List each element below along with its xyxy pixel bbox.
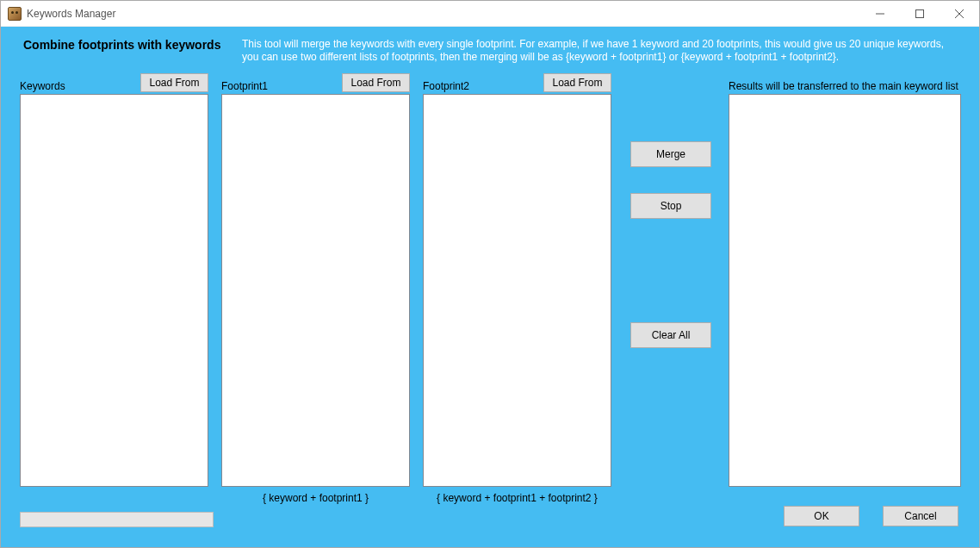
app-icon xyxy=(8,7,22,21)
cancel-button[interactable]: Cancel xyxy=(883,506,958,526)
stop-button[interactable]: Stop xyxy=(630,193,711,219)
footprint1-hint: { keyword + footprint1 } xyxy=(221,492,410,504)
minimize-icon xyxy=(876,9,884,18)
ok-button[interactable]: OK xyxy=(784,506,859,526)
clear-all-button[interactable]: Clear All xyxy=(630,322,711,348)
footprint2-hint: { keyword + footprint1 + footprint2 } xyxy=(423,492,611,504)
footprint1-label: Footprint1 xyxy=(221,80,268,92)
progress-bar xyxy=(20,512,214,527)
keywords-load-button[interactable]: Load From File xyxy=(140,73,208,92)
results-list[interactable] xyxy=(729,94,961,487)
close-button[interactable] xyxy=(940,1,979,27)
close-icon xyxy=(955,9,964,18)
window-title: Keywords Manager xyxy=(27,8,115,20)
client-area: Combine footprints with keywords This to… xyxy=(1,27,979,547)
maximize-icon xyxy=(915,9,924,18)
keywords-list[interactable] xyxy=(20,94,208,487)
maximize-button[interactable] xyxy=(900,1,940,27)
footprint1-load-button[interactable]: Load From File xyxy=(342,73,410,92)
minimize-button[interactable] xyxy=(860,1,900,27)
results-label: Results will be transferred to the main … xyxy=(729,80,958,92)
footprint2-label: Footprint2 xyxy=(423,80,469,92)
merge-button[interactable]: Merge xyxy=(630,141,711,167)
footprint2-load-button[interactable]: Load From File xyxy=(543,73,611,92)
page-description: This tool will merge the keywords with e… xyxy=(242,38,962,64)
titlebar: Keywords Manager xyxy=(1,1,979,27)
keywords-label: Keywords xyxy=(20,80,65,92)
footprint2-list[interactable] xyxy=(423,94,611,487)
svg-rect-1 xyxy=(916,9,924,17)
page-heading: Combine footprints with keywords xyxy=(23,38,220,52)
footprint1-list[interactable] xyxy=(221,94,410,487)
